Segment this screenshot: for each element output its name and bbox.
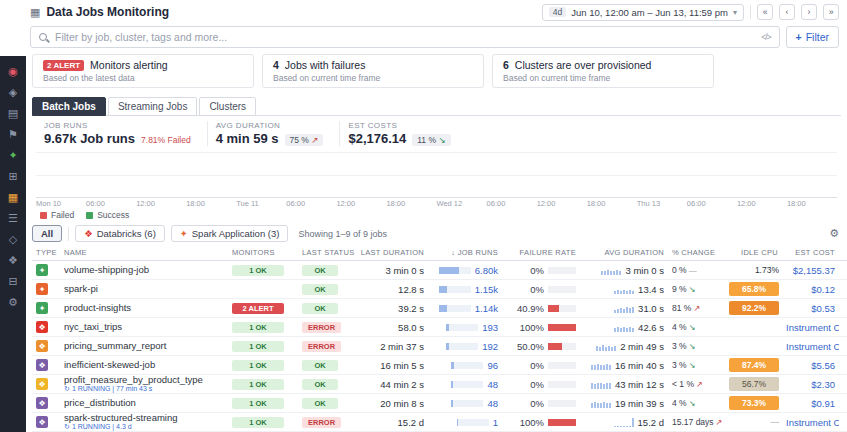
- job-runs-count-link[interactable]: 193: [482, 322, 498, 333]
- job-runs-count-link[interactable]: 96: [487, 360, 498, 371]
- job-runs-bar: [439, 286, 471, 293]
- job-name-link[interactable]: spark-pi: [64, 284, 224, 294]
- filter-spark-pill[interactable]: ✦ Spark Application (3): [171, 225, 289, 242]
- time-jump-back-button[interactable]: «: [757, 4, 773, 20]
- time-range-picker[interactable]: 4d Jun 10, 12:00 am – Jun 13, 11:59 pm ▾: [542, 4, 744, 21]
- apm-icon[interactable]: ✦: [8, 150, 17, 161]
- est-cost-link[interactable]: $2.30: [811, 379, 835, 390]
- card-title: Clusters are over provisioned: [515, 59, 652, 71]
- clusters-count: 6: [503, 59, 509, 71]
- job-runs-count-link[interactable]: 192: [482, 341, 498, 352]
- job-name-link[interactable]: price_distribution: [64, 398, 224, 408]
- table-row[interactable]: ❖ inefficient-skewed-job 1 OK OK 16 min …: [32, 356, 847, 375]
- job-name-link[interactable]: product-insights: [64, 303, 224, 313]
- job-name-link[interactable]: pricing_summary_report: [64, 341, 224, 351]
- est-cost-link[interactable]: $2,155.37: [793, 265, 835, 276]
- dashboards-icon[interactable]: ▤: [8, 108, 18, 119]
- job-runs-count-link[interactable]: 48: [487, 398, 498, 409]
- idle-cpu-badge: 56.7%: [729, 377, 779, 391]
- job-name-link[interactable]: spark-structured-streaming: [64, 413, 224, 423]
- table-row[interactable]: ❖ price_distribution 1 OK OK 20 min 8 s …: [32, 394, 847, 413]
- job-runs-count-link[interactable]: 1.15k: [475, 284, 498, 295]
- est-cost-link[interactable]: $0.12: [811, 284, 835, 295]
- table-row[interactable]: ✦ product-insights 2 ALERT OK 39.2 s 1.1…: [32, 299, 847, 318]
- over-provisioned-clusters-card[interactable]: 6 Clusters are over provisioned Based on…: [492, 54, 714, 88]
- table-row[interactable]: ❖ profit_measure_by_product_type ↻1 RUNN…: [32, 375, 847, 394]
- est-cost-link[interactable]: Instrument Cluster ↗: [786, 417, 839, 428]
- jobs-with-failures-card[interactable]: 4 Jobs with failures Based on current ti…: [262, 54, 484, 88]
- col-monitors[interactable]: Monitors: [228, 248, 298, 257]
- col-last-status[interactable]: Last Status: [298, 248, 356, 257]
- table-row[interactable]: ❖ spark-structured-streaming ↻1 RUNNING …: [32, 413, 847, 432]
- synthetics-icon[interactable]: ◇: [9, 234, 17, 245]
- col-avg-duration[interactable]: Avg Duration: [580, 248, 668, 257]
- col-type[interactable]: Type: [32, 248, 60, 257]
- code-icon[interactable]: </>: [761, 32, 770, 42]
- table-row[interactable]: ✦ spark-pi OK 12.8 s 1.15k 0% 13.4 s 9 %…: [32, 280, 847, 299]
- search-icon[interactable]: ◉: [8, 66, 18, 77]
- avg-duration-value: 42.6 s: [638, 322, 664, 333]
- table-row[interactable]: ❖ pricing_summary_report 1 OK ERROR 2 mi…: [32, 337, 847, 356]
- job-name-link[interactable]: profit_measure_by_product_type: [64, 375, 224, 385]
- monitors-alerting-card[interactable]: 2 ALERT Monitors alerting Based on the l…: [32, 54, 254, 88]
- job-runs-value: 9.67k Job runs: [44, 131, 135, 146]
- col--change[interactable]: % Change: [668, 248, 726, 257]
- add-filter-button[interactable]: + Filter: [786, 26, 839, 48]
- est-cost-link[interactable]: $0.53: [811, 303, 835, 314]
- est-cost-link[interactable]: $5.56: [811, 360, 835, 371]
- col-idle-cpu[interactable]: Idle CPU: [726, 248, 782, 257]
- col-name[interactable]: Name: [60, 248, 228, 257]
- table-settings-gear-icon[interactable]: ⚙: [829, 227, 839, 240]
- tab-clusters[interactable]: Clusters: [199, 97, 256, 116]
- table-row[interactable]: ✦ volume-shipping-job 1 OK OK 3 min 0 s …: [32, 261, 847, 280]
- job-runs-count-link[interactable]: 6.80k: [475, 265, 498, 276]
- time-step-forward-button[interactable]: ›: [801, 4, 817, 20]
- x-axis-label: Thu 13: [637, 199, 687, 208]
- databricks-icon: ❖: [36, 397, 48, 409]
- job-runs-count-link[interactable]: 1: [493, 417, 498, 428]
- tab-batch-jobs[interactable]: Batch Jobs: [32, 97, 106, 116]
- monitors-icon[interactable]: ⚑: [8, 129, 18, 140]
- job-runs-chart[interactable]: Mon 1006:0012:0018:00Tue 1106:0012:0018:…: [32, 149, 841, 221]
- trend-arrow-icon: ↘: [689, 285, 696, 294]
- data-jobs-icon[interactable]: ▦: [8, 192, 18, 203]
- logs-icon[interactable]: ☰: [8, 213, 18, 224]
- x-axis-label: Mon 10: [36, 199, 86, 208]
- time-jump-forward-button[interactable]: »: [823, 4, 839, 20]
- search-box[interactable]: </>: [30, 26, 780, 48]
- table-row[interactable]: ❖ nyc_taxi_trips 1 OK ERROR 58.0 s 193 1…: [32, 318, 847, 337]
- col-est-cost[interactable]: Est Cost: [782, 248, 839, 257]
- col-job-runs[interactable]: ↓ Job Runs: [428, 248, 502, 257]
- est-cost-link[interactable]: $0.91: [811, 398, 835, 409]
- est-cost-link[interactable]: Instrument Cluster ↗: [786, 322, 839, 333]
- col-failure-rate[interactable]: Failure Rate: [502, 248, 580, 257]
- job-name-link[interactable]: nyc_taxi_trips: [64, 322, 224, 332]
- job-runs-bar: [451, 400, 483, 407]
- tab-streaming-jobs[interactable]: Streaming Jobs: [108, 97, 197, 116]
- filter-databricks-pill[interactable]: ❖ Databricks (6): [75, 225, 165, 242]
- legend-failed[interactable]: Failed: [40, 210, 74, 220]
- job-name-link[interactable]: volume-shipping-job: [64, 265, 224, 275]
- trend-arrow-icon: ↗: [716, 418, 723, 427]
- chevron-down-icon: ▾: [733, 8, 737, 17]
- watchdog-icon[interactable]: ◈: [9, 87, 17, 98]
- security-icon[interactable]: ❖: [8, 255, 18, 266]
- last-duration-value: 16 min 5 s: [356, 360, 428, 371]
- legend-success[interactable]: Success: [86, 210, 129, 220]
- failure-rate-bar: [548, 267, 576, 274]
- time-step-back-button[interactable]: ‹: [779, 4, 795, 20]
- search-input[interactable]: [53, 30, 755, 44]
- est-cost-link[interactable]: Instrument Cluster ↗: [786, 341, 839, 352]
- integrations-icon[interactable]: ⊟: [8, 276, 17, 287]
- monitors-badge: 2 ALERT: [232, 303, 284, 314]
- job-name-link[interactable]: inefficient-skewed-job: [64, 360, 224, 370]
- settings-icon[interactable]: ⚙: [8, 297, 18, 308]
- col-last-duration[interactable]: Last Duration: [356, 248, 428, 257]
- filter-all-pill[interactable]: All: [32, 225, 62, 242]
- spark-app-icon: ✦: [36, 302, 48, 314]
- trend-arrow-icon: ↘: [689, 342, 696, 351]
- infrastructure-icon[interactable]: ⊞: [8, 171, 17, 182]
- running-icon: ↻: [64, 423, 70, 430]
- job-runs-count-link[interactable]: 1.14k: [475, 303, 498, 314]
- job-runs-count-link[interactable]: 48: [487, 379, 498, 390]
